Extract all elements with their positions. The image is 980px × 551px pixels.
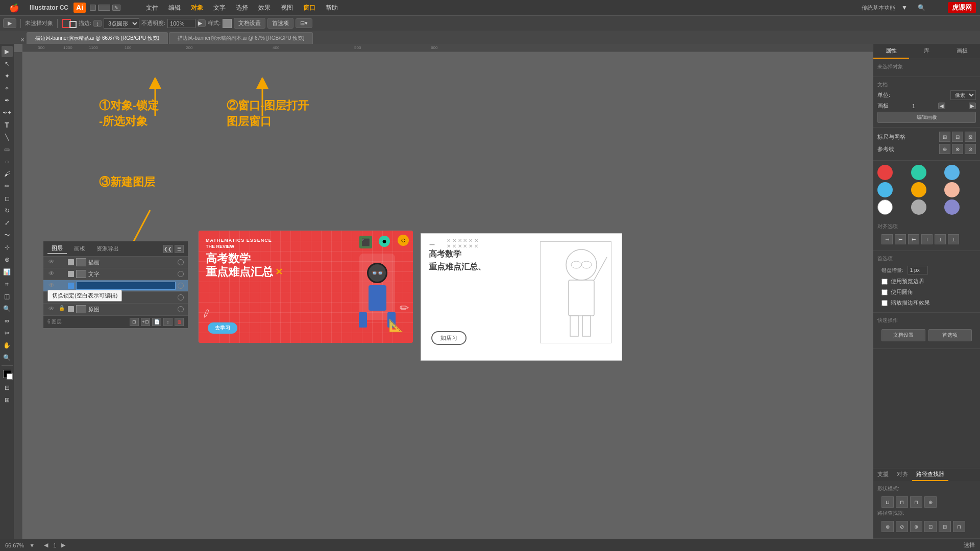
pf-merge[interactable]: ⊕	[910, 521, 922, 532]
magic-wand-tool[interactable]: ✦	[2, 70, 13, 82]
edit-artboard-btn[interactable]: 编辑画板	[877, 112, 976, 123]
pf-exclude[interactable]: ⊕	[924, 496, 937, 508]
align-tab[interactable]: 对齐	[893, 468, 912, 481]
swatch-cyan[interactable]	[877, 182, 893, 197]
pf-trim[interactable]: ⊘	[896, 521, 908, 532]
layer-eye-draw[interactable]: 👁	[47, 258, 56, 266]
align-top[interactable]: ⊤	[921, 234, 933, 244]
pf-divide[interactable]: ⊗	[881, 521, 894, 532]
layers-tab-export[interactable]: 资源导出	[92, 244, 123, 254]
preview-bounds-checkbox[interactable]	[881, 279, 888, 285]
grid-btn-2[interactable]: ⊟	[952, 132, 963, 142]
layer-item-original[interactable]: 👁 🔒 原图	[43, 304, 188, 315]
tab-1[interactable]: 描边风-banner演示精品.ai @ 66.67% (RGB/GPU 预览)	[27, 32, 168, 44]
canvas-content[interactable]: ①对象-锁定-所选对象 ②窗口-图层打开图层窗口 ③新建图层	[22, 52, 873, 539]
blend-tool[interactable]: ∞	[2, 315, 13, 327]
scissors-tool[interactable]: ✂	[2, 328, 13, 339]
unit-select[interactable]: 像素	[950, 90, 976, 100]
banner-button[interactable]: 去学习	[208, 322, 237, 334]
app-name[interactable]: Illustrator CC	[24, 0, 74, 15]
layer-item-text[interactable]: 👁 文字	[43, 268, 188, 280]
align-left[interactable]: ⊣	[881, 234, 893, 244]
guide-btn-3[interactable]: ⊘	[965, 144, 976, 154]
change-screen-mode[interactable]: ⊟	[2, 382, 13, 393]
right-tab-library[interactable]: 库	[909, 44, 945, 59]
menu-select[interactable]: 选择	[231, 0, 253, 15]
doc-settings-btn[interactable]: 文档设置	[234, 18, 265, 29]
guide-btn-2[interactable]: ⊗	[952, 144, 963, 154]
menu-object[interactable]: 对象	[186, 0, 208, 15]
scale-stroke-checkbox[interactable]	[881, 300, 888, 306]
layer-target-original[interactable]	[178, 306, 184, 312]
transform-tab[interactable]: 支援	[873, 468, 893, 481]
rounded-corners-checkbox[interactable]	[881, 289, 888, 295]
right-tab-properties[interactable]: 属性	[873, 44, 909, 59]
layer-lock-draw[interactable]	[58, 258, 66, 266]
align-bottom[interactable]: ⊥	[948, 234, 959, 244]
layers-move-selection[interactable]: ↕	[163, 318, 173, 326]
menu-effects[interactable]: 效果	[253, 0, 276, 15]
menu-view[interactable]: 视图	[276, 0, 298, 15]
layers-tab-layers[interactable]: 图层	[47, 243, 67, 254]
layers-collapse-btn[interactable]: ❮❮	[163, 245, 173, 253]
align-center-h[interactable]: ⊢	[895, 234, 906, 244]
layer-target-text[interactable]	[178, 271, 184, 277]
artboard-prev[interactable]: ◀	[938, 103, 945, 109]
free-transform-tool[interactable]: ⊹	[2, 242, 13, 253]
swatch-red[interactable]	[877, 165, 893, 180]
apple-icon[interactable]: 🍎	[4, 0, 24, 15]
pf-minus-back[interactable]: ⊓	[953, 521, 965, 532]
swatch-teal[interactable]	[911, 165, 926, 180]
align-center-v[interactable]: ⊥	[935, 234, 946, 244]
swatch-peach[interactable]	[944, 182, 960, 197]
guide-btn-1[interactable]: ⊕	[939, 144, 950, 154]
swatch-lavender[interactable]	[944, 199, 960, 215]
pathfinder-tab[interactable]: 路径查找器	[912, 468, 948, 481]
grid-btn-3[interactable]: ⊠	[965, 132, 976, 142]
style-swatch[interactable]	[223, 19, 232, 28]
layer-target-draw[interactable]	[178, 259, 184, 265]
stroke-style-select[interactable]: 3点圆形	[104, 18, 139, 29]
layer-eye-text[interactable]: 👁	[47, 270, 56, 278]
column-graph-tool[interactable]: 📊	[2, 266, 13, 278]
preferences-btn[interactable]: 首选项	[267, 18, 293, 29]
quick-preferences[interactable]: 首选项	[928, 329, 972, 341]
menu-edit[interactable]: 编辑	[163, 0, 186, 15]
arrange-btn[interactable]: ⊟▾	[296, 18, 312, 28]
rounded-corners-row[interactable]: 使用圆角	[877, 287, 976, 297]
pencil-tool[interactable]: ✏	[2, 181, 13, 192]
canvas-area[interactable]: 300 1200 1100 100 200 400 500 600 ①对象-锁定…	[14, 44, 873, 539]
layers-create-new[interactable]: 📄	[152, 318, 161, 326]
symbol-sprayer-tool[interactable]: ⊛	[2, 254, 13, 265]
preview-bounds-row[interactable]: 使用预览边界	[877, 276, 976, 287]
layers-tab-artboard[interactable]: 画板	[70, 244, 89, 254]
hand-tool[interactable]: ✋	[2, 340, 13, 351]
layer-eye-original[interactable]: 👁	[47, 305, 56, 313]
scale-stroke-row[interactable]: 缩放描边和效果	[877, 297, 976, 308]
layer-eye-active[interactable]: 👁	[47, 282, 56, 290]
swatch-gray[interactable]	[911, 199, 926, 215]
layer-lock-text[interactable]	[58, 270, 66, 278]
opacity-input[interactable]	[167, 19, 195, 28]
gradient-tool[interactable]: ◫	[2, 291, 13, 302]
menu-text[interactable]: 文字	[208, 0, 231, 15]
zoom-tool[interactable]: 🔍	[2, 352, 13, 363]
fill-control[interactable]	[3, 370, 11, 378]
menu-window[interactable]: 窗口	[298, 0, 321, 15]
mesh-tool[interactable]: ⌗	[2, 279, 13, 290]
layers-menu-btn[interactable]: ☰	[175, 245, 184, 253]
artboard-nav-next[interactable]: ▶	[61, 542, 65, 548]
tab-2[interactable]: 描边风-banner演示稿的副本.ai @ 67% [RGB/GPU 预览]	[169, 32, 313, 44]
artboard-nav-prev[interactable]: ◀	[44, 542, 48, 548]
grid-btn-1[interactable]: ⊞	[939, 132, 950, 142]
ellipse-tool[interactable]: ○	[2, 156, 13, 167]
pen-tool[interactable]: ✒	[2, 95, 13, 106]
pf-minus-front[interactable]: ⊓	[896, 496, 908, 508]
pf-unite[interactable]: ⊔	[881, 496, 894, 508]
stroke-swatch[interactable]	[69, 21, 77, 28]
add-anchor-tool[interactable]: ✒+	[2, 107, 13, 118]
rect-tool[interactable]: ▭	[2, 144, 13, 155]
zoom-dropdown[interactable]: ▼	[29, 542, 35, 548]
text-tool[interactable]: T	[2, 119, 13, 131]
direct-selection-tool[interactable]: ↖	[2, 58, 13, 69]
